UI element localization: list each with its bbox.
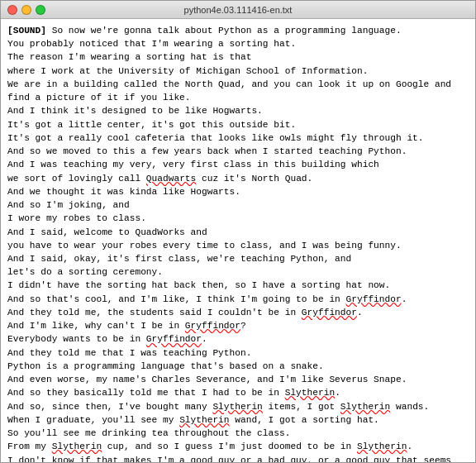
window-title: python4e.03.111416-en.txt	[184, 5, 293, 15]
line-33: I don't know if that makes I'm a good gu…	[7, 454, 469, 463]
gryffindor-2: Gryffindor	[302, 308, 357, 317]
line-14: And so I'm joking, and	[7, 198, 469, 212]
line-5: We are in a building called the North Qu…	[7, 78, 469, 91]
line-20: I didn't have the sorting hat back then,…	[7, 279, 469, 292]
line-18: And I said, okay, it's first class, we'r…	[7, 252, 469, 265]
window: python4e.03.111416-en.txt [SOUND] So now…	[0, 0, 476, 463]
line-13: And we thought it was kinda like Hogwart…	[7, 185, 469, 198]
line-26: Python is a programming language that's …	[7, 360, 469, 373]
line-25: And they told me that I was teaching Pyt…	[7, 346, 469, 360]
line-12: we sort of lovingly call Quadwarts cuz i…	[7, 172, 469, 185]
slytherin-1: Slytherin	[285, 388, 335, 398]
line-2: You probably noticed that I'm wearing a …	[7, 37, 469, 50]
slytherin-3: Slytherin	[340, 402, 390, 412]
line-19: let's do a sorting ceremony.	[7, 265, 469, 279]
maximize-button[interactable]	[36, 5, 45, 15]
line-11: And I was teaching my very, very first c…	[7, 158, 469, 171]
line-8: It's got a little center, it's got this …	[7, 118, 469, 131]
slytherin-4: Slytherin	[179, 415, 229, 425]
sound-tag: [SOUND]	[7, 26, 46, 36]
line-7: And I think it's designed to be like Hog…	[7, 104, 469, 117]
line-23: And I'm like, why can't I be in Gryffind…	[7, 319, 469, 332]
close-button[interactable]	[7, 5, 17, 15]
line-21: And so that's cool, and I'm like, I thin…	[7, 293, 469, 306]
title-bar: python4e.03.111416-en.txt	[1, 1, 475, 19]
quadwarts-underline: Quadwarts	[146, 174, 196, 184]
line-9: It's got a really cool cafeteria that lo…	[7, 131, 469, 145]
window-controls[interactable]	[7, 5, 45, 15]
gryffindor-4: Gryffindor	[146, 334, 202, 344]
line-17: you have to wear your robes every time t…	[7, 239, 469, 252]
line-32: From my Slytherin cup, and so I guess I'…	[7, 440, 469, 453]
slytherin-6: Slytherin	[357, 442, 407, 451]
line-10: And so we moved to this a few years back…	[7, 145, 469, 158]
text-content: [SOUND] So now we're gonna talk about Py…	[1, 19, 475, 462]
slytherin-5: Slytherin	[52, 442, 102, 451]
gryffindor-3: Gryffindor	[185, 321, 240, 331]
line-6: find a picture of it if you like.	[7, 91, 469, 104]
line-22: And they told me, the students said I co…	[7, 306, 469, 319]
line-28: And so they basically told me that I had…	[7, 386, 469, 399]
line-24: Everybody wants to be in Gryffindor.	[7, 332, 469, 346]
line-16: And I said, welcome to QuadWorks and	[7, 226, 469, 239]
line-29: And so, since then, I've bought many Sly…	[7, 400, 469, 413]
line-3: The reason I'm wearing a sorting hat is …	[7, 50, 469, 64]
line-15: I wore my robes to class.	[7, 212, 469, 225]
line-30: When I graduate, you'll see my Slytherin…	[7, 413, 469, 427]
line-27: And even worse, my name's Charles Severa…	[7, 373, 469, 386]
minimize-button[interactable]	[21, 5, 31, 15]
gryffindor-1: Gryffindor	[346, 294, 402, 304]
line-31: So you'll see me drinking tea throughout…	[7, 427, 469, 440]
line-4: where I work at the University of Michig…	[7, 64, 469, 78]
line-1: [SOUND] So now we're gonna talk about Py…	[7, 24, 469, 37]
slytherin-2: Slytherin	[212, 402, 262, 412]
